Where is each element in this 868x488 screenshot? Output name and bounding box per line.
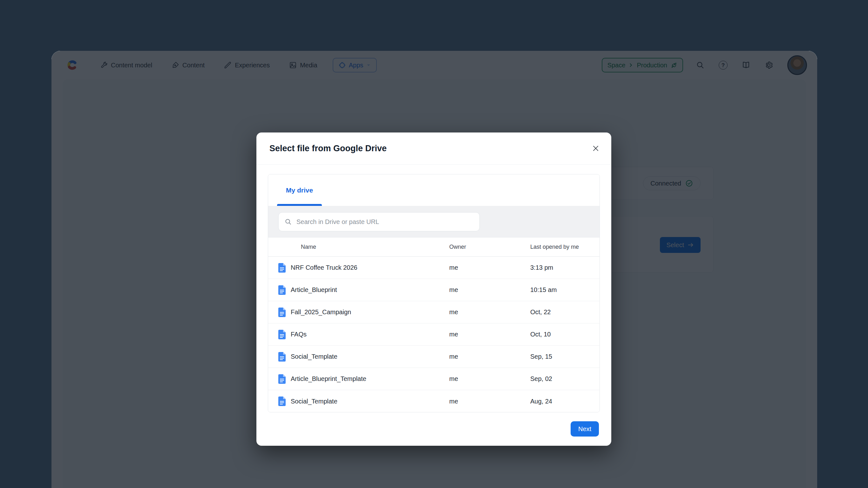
file-owner: me (449, 375, 530, 383)
close-icon[interactable] (592, 144, 600, 152)
doc-file-icon (278, 330, 286, 339)
select-file-dialog: Select file from Google Drive My drive (256, 132, 611, 446)
file-name: Social_Template (291, 353, 337, 360)
file-row[interactable]: FAQs me Oct, 10 (268, 324, 599, 346)
file-row[interactable]: Social_Template me Sep, 15 (268, 346, 599, 368)
file-owner: me (449, 286, 530, 294)
file-last-opened: Sep, 15 (530, 353, 599, 360)
file-row[interactable]: NRF Coffee Truck 2026 me 3:13 pm (268, 257, 599, 279)
file-last-opened: Aug, 24 (530, 398, 599, 405)
file-name: NRF Coffee Truck 2026 (291, 264, 358, 271)
tab-my-drive[interactable]: My drive (277, 175, 322, 206)
file-owner: me (449, 398, 530, 405)
file-name: Article_Blueprint (291, 286, 337, 294)
file-last-opened: Sep, 02 (530, 375, 599, 383)
desktop-background: Content model Content Experiences (0, 0, 868, 488)
column-header-last-opened: Last opened by me (530, 244, 599, 250)
search-box (278, 212, 480, 231)
drive-picker-panel: My drive Name Owner Last opened by me (268, 174, 600, 413)
file-last-opened: Oct, 22 (530, 308, 599, 316)
dialog-title: Select file from Google Drive (270, 144, 387, 153)
file-last-opened: Oct, 10 (530, 331, 599, 338)
tabs-row: My drive (268, 175, 599, 206)
column-header-owner: Owner (449, 244, 530, 250)
search-input[interactable] (296, 218, 474, 226)
search-band (268, 206, 599, 238)
file-owner: me (449, 331, 530, 338)
file-owner: me (449, 353, 530, 360)
doc-file-icon (278, 352, 286, 362)
file-row[interactable]: Fall_2025_Campaign me Oct, 22 (268, 301, 599, 324)
tab-label: My drive (286, 186, 313, 194)
file-row[interactable]: Social_Template me Aug, 24 (268, 390, 599, 413)
file-name: Fall_2025_Campaign (291, 308, 351, 316)
file-row[interactable]: Article_Blueprint_Template me Sep, 02 (268, 368, 599, 390)
column-header-name: Name (268, 244, 449, 250)
file-name: Social_Template (291, 398, 337, 405)
doc-file-icon (278, 263, 286, 273)
file-owner: me (449, 308, 530, 316)
file-last-opened: 10:15 am (530, 286, 599, 294)
file-row[interactable]: Article_Blueprint me 10:15 am (268, 279, 599, 301)
next-button[interactable]: Next (570, 421, 599, 436)
doc-file-icon (278, 374, 286, 384)
dialog-header: Select file from Google Drive (256, 132, 611, 164)
file-name: Article_Blueprint_Template (291, 375, 366, 383)
search-icon (284, 218, 292, 225)
file-last-opened: 3:13 pm (530, 264, 599, 271)
file-name: FAQs (291, 331, 307, 338)
doc-file-icon (278, 396, 286, 406)
doc-file-icon (278, 308, 286, 317)
table-header: Name Owner Last opened by me (268, 238, 599, 257)
file-owner: me (449, 264, 530, 271)
doc-file-icon (278, 285, 286, 295)
